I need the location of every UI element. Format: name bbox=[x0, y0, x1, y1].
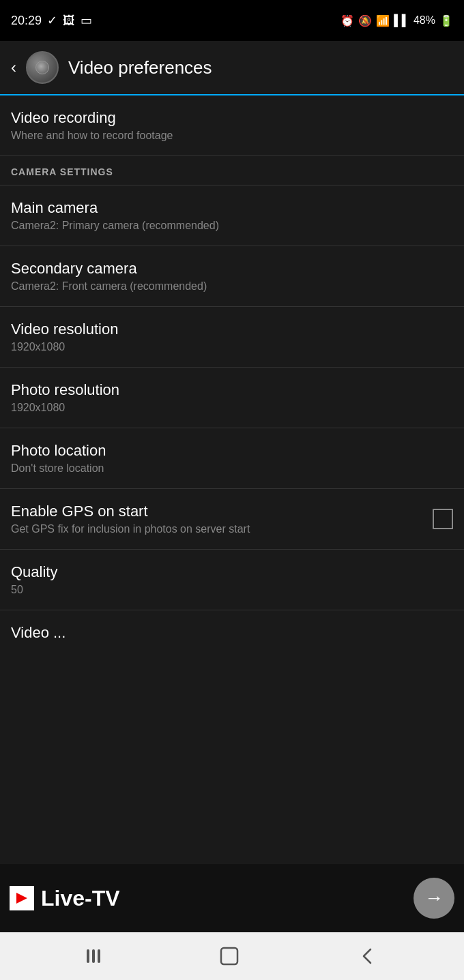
secondary-camera-subtitle: Camera2: Front camera (recommended) bbox=[11, 280, 453, 293]
app-header: ‹ Video preferences bbox=[0, 41, 464, 95]
status-left: 20:29 ✓ 🖼 ▭ bbox=[11, 13, 92, 28]
ad-title: Live-TV bbox=[41, 886, 407, 911]
svg-rect-0 bbox=[221, 948, 237, 964]
nav-line-2 bbox=[92, 949, 95, 963]
wifi-icon: 📶 bbox=[376, 14, 390, 27]
photo-resolution-item[interactable]: Photo resolution 1920x1080 bbox=[0, 368, 464, 428]
enable-gps-item[interactable]: Enable GPS on start Get GPS fix for incl… bbox=[0, 489, 464, 550]
battery-icon: 🔋 bbox=[439, 14, 453, 27]
secondary-camera-item[interactable]: Secondary camera Camera2: Front camera (… bbox=[0, 246, 464, 307]
recent-apps-button[interactable] bbox=[87, 949, 100, 963]
ad-banner[interactable]: Live-TV → bbox=[0, 864, 464, 932]
main-camera-item[interactable]: Main camera Camera2: Primary camera (rec… bbox=[0, 185, 464, 246]
image-icon: 🖼 bbox=[63, 14, 75, 28]
screen-icon: ▭ bbox=[81, 13, 92, 28]
check-icon: ✓ bbox=[47, 13, 57, 28]
nav-bar bbox=[0, 932, 464, 980]
ad-next-button[interactable]: → bbox=[414, 878, 454, 919]
camera-lens-icon bbox=[35, 61, 49, 74]
ad-play-icon bbox=[10, 886, 34, 910]
enable-gps-checkbox[interactable] bbox=[433, 509, 453, 529]
signal-icon: ▌▌ bbox=[394, 14, 409, 27]
page-title: Video preferences bbox=[68, 57, 212, 78]
partial-item-title: Video ... bbox=[11, 624, 453, 642]
video-resolution-subtitle: 1920x1080 bbox=[11, 341, 453, 353]
nav-line-1 bbox=[87, 949, 89, 963]
camera-icon bbox=[26, 51, 59, 84]
photo-location-item[interactable]: Photo location Don't store location bbox=[0, 428, 464, 489]
quality-title: Quality bbox=[11, 563, 453, 581]
time-display: 20:29 bbox=[11, 14, 42, 28]
enable-gps-subtitle: Get GPS fix for inclusion in photos on s… bbox=[11, 523, 422, 535]
back-nav-icon bbox=[358, 947, 377, 966]
video-resolution-title: Video resolution bbox=[11, 321, 453, 338]
home-icon bbox=[218, 945, 240, 967]
status-bar: 20:29 ✓ 🖼 ▭ ⏰ 🔕 📶 ▌▌ 48% 🔋 bbox=[0, 0, 464, 41]
back-button[interactable]: ‹ bbox=[11, 58, 16, 77]
camera-settings-label: CAMERA SETTINGS bbox=[11, 166, 113, 177]
video-recording-subtitle: Where and how to record footage bbox=[11, 130, 453, 142]
status-right: ⏰ 🔕 📶 ▌▌ 48% 🔋 bbox=[340, 14, 453, 27]
video-recording-item[interactable]: Video recording Where and how to record … bbox=[0, 95, 464, 156]
home-button[interactable] bbox=[218, 945, 240, 967]
video-recording-title: Video recording bbox=[11, 109, 453, 127]
ad-arrow-icon: → bbox=[424, 887, 444, 909]
quality-subtitle: 50 bbox=[11, 584, 453, 596]
secondary-camera-title: Secondary camera bbox=[11, 260, 453, 278]
photo-location-title: Photo location bbox=[11, 442, 453, 460]
video-resolution-item[interactable]: Video resolution 1920x1080 bbox=[0, 307, 464, 368]
partial-item: Video ... bbox=[0, 610, 464, 651]
ad-triangle-icon bbox=[16, 893, 27, 904]
alarm-icon: ⏰ bbox=[340, 14, 354, 27]
settings-content: Video recording Where and how to record … bbox=[0, 95, 464, 651]
main-camera-subtitle: Camera2: Primary camera (recommended) bbox=[11, 220, 453, 232]
recent-apps-icon bbox=[87, 949, 100, 963]
camera-settings-section: CAMERA SETTINGS bbox=[0, 156, 464, 185]
quality-item[interactable]: Quality 50 bbox=[0, 550, 464, 610]
main-camera-title: Main camera bbox=[11, 199, 453, 217]
nav-line-3 bbox=[98, 949, 100, 963]
enable-gps-title: Enable GPS on start bbox=[11, 503, 422, 520]
enable-gps-text: Enable GPS on start Get GPS fix for incl… bbox=[11, 503, 433, 535]
mute-icon: 🔕 bbox=[358, 14, 372, 27]
photo-location-subtitle: Don't store location bbox=[11, 462, 453, 475]
battery-display: 48% bbox=[414, 14, 435, 27]
photo-resolution-subtitle: 1920x1080 bbox=[11, 402, 453, 414]
back-nav-button[interactable] bbox=[358, 947, 377, 966]
photo-resolution-title: Photo resolution bbox=[11, 381, 453, 399]
